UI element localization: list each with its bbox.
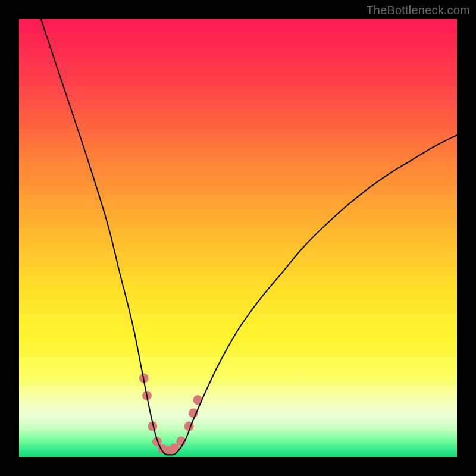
plot-area — [19, 19, 457, 457]
watermark-text: TheBottleneck.com — [366, 4, 470, 17]
chart-frame: TheBottleneck.com — [0, 0, 476, 476]
marker-group — [139, 374, 203, 456]
bottleneck-curve — [41, 19, 457, 455]
chart-svg — [19, 19, 457, 457]
